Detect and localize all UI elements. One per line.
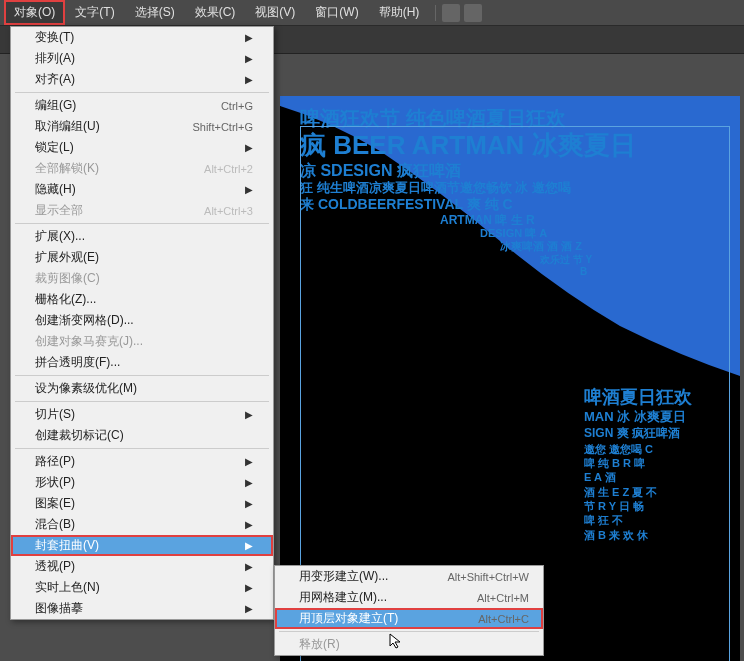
menu-item-label: 对齐(A) (35, 71, 75, 88)
submenu-item[interactable]: 用变形建立(W)...Alt+Shift+Ctrl+W (275, 566, 543, 587)
menu-item-label: 全部解锁(K) (35, 160, 99, 177)
menu-item[interactable]: 扩展外观(E) (11, 247, 273, 268)
menu-separator (15, 401, 269, 402)
menu-item[interactable]: 创建裁切标记(C) (11, 425, 273, 446)
submenu-item: 释放(R) (275, 634, 543, 655)
menu-separator (279, 631, 539, 632)
submenu-shortcut: Alt+Ctrl+C (478, 613, 529, 625)
menu-item-label: 锁定(L) (35, 139, 74, 156)
chevron-right-icon: ▶ (245, 498, 253, 509)
menu-effect[interactable]: 效果(C) (185, 0, 246, 25)
menu-select[interactable]: 选择(S) (125, 0, 185, 25)
chevron-right-icon: ▶ (245, 477, 253, 488)
menu-item-label: 取消编组(U) (35, 118, 100, 135)
menu-object[interactable]: 对象(O) (4, 0, 65, 25)
menu-separator (15, 375, 269, 376)
submenu-item[interactable]: 用顶层对象建立(T)Alt+Ctrl+C (275, 608, 543, 629)
envelope-distort-submenu: 用变形建立(W)...Alt+Shift+Ctrl+W用网格建立(M)...Al… (274, 565, 544, 656)
menu-item-label: 形状(P) (35, 474, 75, 491)
menu-shortcut: Shift+Ctrl+G (192, 121, 253, 133)
menu-item-label: 创建渐变网格(D)... (35, 312, 134, 329)
menu-shortcut: Alt+Ctrl+3 (204, 205, 253, 217)
menu-item: 显示全部Alt+Ctrl+3 (11, 200, 273, 221)
menu-item-label: 隐藏(H) (35, 181, 76, 198)
toolbar-icon-2[interactable] (464, 4, 482, 22)
submenu-shortcut: Alt+Ctrl+M (477, 592, 529, 604)
menu-item: 裁剪图像(C) (11, 268, 273, 289)
menu-item[interactable]: 图像描摹▶ (11, 598, 273, 619)
menu-item[interactable]: 设为像素级优化(M) (11, 378, 273, 399)
menu-item[interactable]: 图案(E)▶ (11, 493, 273, 514)
submenu-item-label: 用顶层对象建立(T) (299, 610, 398, 627)
menubar: 对象(O) 文字(T) 选择(S) 效果(C) 视图(V) 窗口(W) 帮助(H… (0, 0, 744, 26)
chevron-right-icon: ▶ (245, 540, 253, 551)
chevron-right-icon: ▶ (245, 53, 253, 64)
menubar-icons (442, 4, 482, 22)
chevron-right-icon: ▶ (245, 561, 253, 572)
menu-view[interactable]: 视图(V) (245, 0, 305, 25)
chevron-right-icon: ▶ (245, 184, 253, 195)
chevron-right-icon: ▶ (245, 456, 253, 467)
chevron-right-icon: ▶ (245, 519, 253, 530)
menu-item-label: 创建裁切标记(C) (35, 427, 124, 444)
menu-item: 全部解锁(K)Alt+Ctrl+2 (11, 158, 273, 179)
menu-item: 创建对象马赛克(J)... (11, 331, 273, 352)
object-dropdown-menu: 变换(T)▶排列(A)▶对齐(A)▶编组(G)Ctrl+G取消编组(U)Shif… (10, 26, 274, 620)
menu-text[interactable]: 文字(T) (65, 0, 124, 25)
menu-separator (15, 223, 269, 224)
chevron-right-icon: ▶ (245, 74, 253, 85)
menu-item[interactable]: 切片(S)▶ (11, 404, 273, 425)
chevron-right-icon: ▶ (245, 582, 253, 593)
menu-item[interactable]: 扩展(X)... (11, 226, 273, 247)
menu-item[interactable]: 拼合透明度(F)... (11, 352, 273, 373)
menu-item-label: 编组(G) (35, 97, 76, 114)
menu-item-label: 设为像素级优化(M) (35, 380, 137, 397)
menu-item[interactable]: 混合(B)▶ (11, 514, 273, 535)
menu-item[interactable]: 隐藏(H)▶ (11, 179, 273, 200)
menu-item[interactable]: 取消编组(U)Shift+Ctrl+G (11, 116, 273, 137)
menu-item[interactable]: 排列(A)▶ (11, 48, 273, 69)
menu-item-label: 图像描摹 (35, 600, 83, 617)
menu-item[interactable]: 透视(P)▶ (11, 556, 273, 577)
menu-item[interactable]: 编组(G)Ctrl+G (11, 95, 273, 116)
menu-item-label: 创建对象马赛克(J)... (35, 333, 143, 350)
menu-item[interactable]: 变换(T)▶ (11, 27, 273, 48)
menu-shortcut: Ctrl+G (221, 100, 253, 112)
cursor-icon (388, 632, 406, 654)
submenu-shortcut: Alt+Shift+Ctrl+W (447, 571, 529, 583)
chevron-right-icon: ▶ (245, 409, 253, 420)
menu-item-label: 扩展外观(E) (35, 249, 99, 266)
menu-item[interactable]: 形状(P)▶ (11, 472, 273, 493)
menu-item-label: 拼合透明度(F)... (35, 354, 120, 371)
menu-item[interactable]: 创建渐变网格(D)... (11, 310, 273, 331)
menu-item[interactable]: 实时上色(N)▶ (11, 577, 273, 598)
menu-help[interactable]: 帮助(H) (369, 0, 430, 25)
menu-item-label: 图案(E) (35, 495, 75, 512)
menu-item-label: 栅格化(Z)... (35, 291, 96, 308)
submenu-item-label: 用网格建立(M)... (299, 589, 387, 606)
menu-separator (15, 448, 269, 449)
menu-window[interactable]: 窗口(W) (305, 0, 368, 25)
menu-shortcut: Alt+Ctrl+2 (204, 163, 253, 175)
chevron-right-icon: ▶ (245, 142, 253, 153)
menu-item-label: 切片(S) (35, 406, 75, 423)
submenu-item-label: 用变形建立(W)... (299, 568, 388, 585)
menu-item-label: 变换(T) (35, 29, 74, 46)
menu-item-label: 封套扭曲(V) (35, 537, 99, 554)
menu-item[interactable]: 路径(P)▶ (11, 451, 273, 472)
menu-item[interactable]: 对齐(A)▶ (11, 69, 273, 90)
menu-item[interactable]: 锁定(L)▶ (11, 137, 273, 158)
menu-item-label: 透视(P) (35, 558, 75, 575)
menu-separator (15, 92, 269, 93)
menu-item-label: 排列(A) (35, 50, 75, 67)
submenu-item-label: 释放(R) (299, 636, 340, 653)
menu-item[interactable]: 栅格化(Z)... (11, 289, 273, 310)
chevron-right-icon: ▶ (245, 603, 253, 614)
menu-item-label: 混合(B) (35, 516, 75, 533)
chevron-right-icon: ▶ (245, 32, 253, 43)
menu-item[interactable]: 封套扭曲(V)▶ (11, 535, 273, 556)
submenu-item[interactable]: 用网格建立(M)...Alt+Ctrl+M (275, 587, 543, 608)
menu-item-label: 裁剪图像(C) (35, 270, 100, 287)
menu-item-label: 实时上色(N) (35, 579, 100, 596)
toolbar-icon-1[interactable] (442, 4, 460, 22)
